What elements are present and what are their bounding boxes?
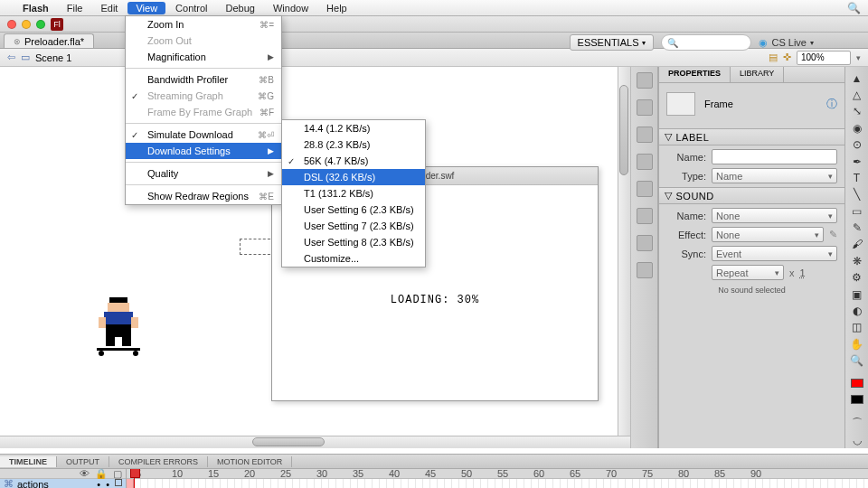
dock-icon[interactable]	[637, 262, 653, 278]
menu-debug[interactable]: Debug	[218, 2, 263, 14]
edit-effect-icon[interactable]: ✎	[829, 229, 837, 240]
menu-flash[interactable]: Flash	[14, 2, 57, 14]
speed-t1[interactable]: T1 (131.2 KB/s)	[282, 185, 425, 202]
minimize-traffic-light[interactable]	[22, 20, 31, 29]
dock-icon[interactable]	[637, 208, 653, 224]
label-section-header[interactable]: ▽LABEL	[659, 128, 844, 145]
cslive-button[interactable]: ◉CS Live ▾	[759, 37, 814, 49]
sound-sync-select[interactable]: Event	[712, 246, 837, 261]
dock-icon[interactable]	[637, 99, 653, 116]
layer-row[interactable]: ⌘actions••	[0, 479, 126, 488]
speed-user7[interactable]: User Setting 7 (2.3 KB/s)	[282, 218, 425, 234]
search-input[interactable]: 🔍	[661, 34, 751, 51]
tab-compiler-errors[interactable]: COMPILER ERRORS	[109, 456, 208, 467]
speed-dsl[interactable]: DSL (32.6 KB/s)	[282, 169, 425, 185]
repeat-times[interactable]: 1	[800, 267, 806, 278]
menu-download-settings[interactable]: Download Settings▶	[126, 143, 281, 159]
menu-view[interactable]: View	[127, 2, 165, 14]
close-traffic-light[interactable]	[7, 20, 16, 29]
mac-menubar: Flash File Edit View Control Debug Windo…	[0, 0, 868, 16]
rectangle-tool[interactable]: ▭	[848, 203, 866, 219]
scroll-thumb[interactable]	[619, 85, 628, 175]
pen-tool[interactable]: ✒	[848, 154, 866, 169]
menu-quality[interactable]: Quality▶	[126, 165, 281, 182]
text-tool[interactable]: T	[848, 170, 866, 185]
menu-zoom-out: Zoom Out	[126, 33, 281, 49]
edit-symbol-icon[interactable]: ✜	[783, 52, 791, 63]
scroll-thumb[interactable]	[252, 437, 325, 446]
frame-type-select[interactable]: Name	[712, 168, 837, 183]
playhead[interactable]	[134, 469, 135, 488]
vertical-scrollbar[interactable]	[618, 67, 630, 436]
frame-name-input[interactable]	[712, 149, 837, 164]
subselect-tool[interactable]: △	[848, 87, 866, 102]
speed-user8[interactable]: User Setting 8 (2.3 KB/s)	[282, 234, 425, 250]
eyedropper-tool[interactable]: ◐	[848, 303, 866, 318]
tab-timeline[interactable]: TIMELINE	[0, 456, 57, 467]
dock-icon[interactable]	[637, 127, 653, 143]
menu-show-redraw[interactable]: Show Redraw Regions⌘E	[126, 188, 281, 204]
speed-14-4[interactable]: 14.4 (1.2 KB/s)	[282, 120, 425, 136]
bone-tool[interactable]: ⚙	[848, 270, 866, 286]
timeline-layers: 👁🔒▢ ⌘actions••	[0, 469, 127, 488]
menu-help[interactable]: Help	[318, 2, 355, 14]
speed-56k[interactable]: ✓56K (4.7 KB/s)	[282, 153, 425, 169]
tools-panel: ▲ △ ⤡ ◉ ⊙ ✒ T ╲ ▭ ✎ 🖌 ❋ ⚙ ▣ ◐ ◫ ✋ 🔍 ⌒ ◡	[844, 67, 868, 448]
lasso-tool[interactable]: ⊙	[848, 137, 866, 153]
snap-tool[interactable]: ⌒	[848, 415, 866, 432]
dock-icon[interactable]	[637, 235, 653, 251]
tab-motion-editor[interactable]: MOTION EDITOR	[208, 456, 292, 467]
menu-edit[interactable]: Edit	[92, 2, 126, 14]
sound-repeat-select[interactable]: Repeat	[712, 265, 784, 280]
horizontal-scrollbar[interactable]	[0, 436, 630, 448]
menu-magnification[interactable]: Magnification▶	[126, 49, 281, 65]
menu-control[interactable]: Control	[167, 2, 215, 14]
menu-simulate-download[interactable]: ✓Simulate Download⌘⏎	[126, 127, 281, 143]
zoom-tool[interactable]: 🔍	[848, 352, 866, 368]
document-tab[interactable]: ⊗Preloader.fla*	[4, 33, 94, 48]
menu-bandwidth-profiler[interactable]: Bandwidth Profiler⌘B	[126, 71, 281, 88]
3d-rotate-tool[interactable]: ◉	[848, 120, 866, 136]
fill-swatch[interactable]	[848, 392, 866, 408]
essentials-button[interactable]: ESSENTIALS ▾	[570, 34, 655, 51]
stroke-swatch[interactable]	[848, 375, 866, 390]
dock-icon[interactable]	[637, 181, 653, 197]
deco-tool[interactable]: ❋	[848, 253, 866, 268]
spotlight-icon[interactable]: 🔍	[847, 2, 861, 14]
menu-window[interactable]: Window	[265, 2, 316, 14]
dock-icon[interactable]	[637, 154, 653, 170]
free-transform-tool[interactable]: ⤡	[848, 104, 866, 119]
speed-28-8[interactable]: 28.8 (2.3 KB/s)	[282, 136, 425, 153]
frame-icon	[666, 92, 695, 116]
tab-output[interactable]: OUTPUT	[57, 456, 109, 467]
dock-icon[interactable]	[637, 72, 653, 89]
line-tool[interactable]: ╲	[848, 187, 866, 202]
paint-bucket-tool[interactable]: ▣	[848, 286, 866, 302]
sound-name-select[interactable]: None	[712, 208, 837, 223]
speed-customize[interactable]: Customize...	[282, 250, 425, 267]
download-settings-submenu: 14.4 (1.2 KB/s) 28.8 (2.3 KB/s) ✓56K (4.…	[281, 119, 426, 267]
timeline-ruler[interactable]: 51015202530354045505560657075808590	[127, 469, 868, 488]
pencil-tool[interactable]: ✎	[848, 220, 866, 235]
back-icon[interactable]: ⇦	[7, 52, 15, 63]
keyframe[interactable]	[127, 479, 134, 488]
frame-track[interactable]	[127, 479, 868, 488]
speed-user6[interactable]: User Setting 6 (2.3 KB/s)	[282, 202, 425, 218]
info-icon[interactable]: ⓘ	[826, 97, 837, 112]
close-icon[interactable]: ⊗	[14, 37, 21, 46]
menu-zoom-in[interactable]: Zoom In⌘=	[126, 16, 281, 33]
sound-section-header[interactable]: ▽SOUND	[659, 187, 844, 204]
brush-tool[interactable]: 🖌	[848, 237, 866, 252]
hand-tool[interactable]: ✋	[848, 336, 866, 352]
sound-effect-select[interactable]: None	[712, 227, 824, 242]
edit-scene-icon[interactable]: ▤	[769, 52, 778, 63]
tab-properties[interactable]: PROPERTIES	[659, 67, 731, 82]
eraser-tool[interactable]: ◫	[848, 320, 866, 335]
tab-library[interactable]: LIBRARY	[731, 67, 784, 82]
eye-icon[interactable]: 👁	[80, 468, 90, 479]
zoom-traffic-light[interactable]	[36, 20, 45, 29]
menu-file[interactable]: File	[59, 2, 91, 14]
selection-tool[interactable]: ▲	[848, 70, 866, 86]
zoom-menu-icon[interactable]: ▾	[856, 53, 861, 62]
option-tool[interactable]: ◡	[848, 433, 866, 448]
